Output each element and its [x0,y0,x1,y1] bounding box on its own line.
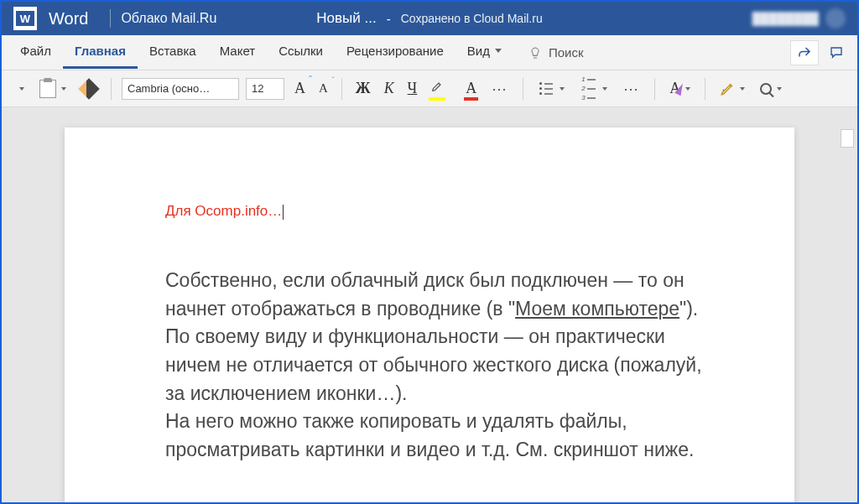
user-name-label: ████████ [752,12,819,25]
font-size-value: 12 [252,82,263,95]
numbered-list-icon: 123 [580,75,597,103]
menu-tabs: Файл Главная Вставка Макет Ссылки Реценз… [2,35,857,70]
chevron-down-icon [19,87,24,91]
divider [654,78,655,100]
header-text: Для Ocomp.info… [165,203,282,219]
document-canvas[interactable]: Для Ocomp.info… Собственно, если облачны… [2,107,857,504]
app-name: Word [49,9,88,29]
search-label: Поиск [549,45,584,60]
comment-icon [829,45,844,60]
chevron-down-icon [602,87,607,91]
font-name-select[interactable]: Cambria (осно… [122,78,239,100]
format-painter-button[interactable] [77,79,101,99]
chevron-down-icon [61,87,66,91]
bullet-list-icon [538,81,554,96]
more-font-button[interactable]: ⋯ [487,78,513,100]
editor-button[interactable] [716,79,749,99]
divider [111,78,112,100]
scrollbar-thumb[interactable] [841,129,854,148]
avatar-icon [825,8,846,29]
font-size-select[interactable]: 12 [246,78,284,100]
word-app-icon: W [13,7,37,30]
find-button[interactable] [756,81,786,97]
divider [705,78,705,100]
tab-view-label: Вид [467,44,490,58]
pencil-check-icon [720,81,735,96]
font-color-swatch [464,97,478,101]
more-paragraph-button[interactable]: ⋯ [618,78,644,100]
magnifier-icon [760,83,772,95]
tell-me-search[interactable]: Поиск [528,45,584,60]
tab-references[interactable]: Ссылки [267,37,335,69]
divider [523,78,523,100]
bold-button[interactable]: Ж [352,78,374,99]
chevron-down-icon [685,87,690,91]
chevron-down-icon [495,49,502,53]
numbered-list-button[interactable]: 123 [575,72,612,106]
font-name-value: Cambria (осно… [128,82,210,95]
font-color-button[interactable]: A [462,78,480,99]
highlight-color-swatch [429,97,445,101]
title-bar: W Word Облако Mail.Ru Новый ... - Сохран… [2,2,857,35]
paste-button[interactable] [35,77,70,101]
italic-button[interactable]: К [381,78,398,99]
bullet-list-button[interactable] [534,78,569,99]
share-button[interactable] [790,40,819,65]
chevron-down-icon [740,87,745,91]
grow-arrow-icon: ˆ [309,75,312,86]
clear-style-button[interactable]: A [665,77,695,100]
dash: - [387,12,391,26]
document-page[interactable]: Для Ocomp.info… Собственно, если облачны… [65,127,794,504]
undo-button[interactable] [10,85,29,93]
tab-review[interactable]: Рецензирование [335,37,456,69]
body-text-2: На него можно также копировать и удалять… [165,410,694,460]
document-header-line[interactable]: Для Ocomp.info… [165,203,702,220]
divider [341,78,342,100]
grow-font-button[interactable]: Aˆ [291,78,309,99]
tab-file[interactable]: Файл [8,37,63,69]
brush-icon [78,78,99,99]
highlight-button[interactable] [427,78,447,99]
tab-layout[interactable]: Макет [208,37,267,69]
separator [110,9,111,28]
tab-home[interactable]: Главная [63,37,138,69]
document-title[interactable]: Новый ... [316,10,376,27]
comments-button[interactable] [822,40,851,65]
chevron-down-icon [560,87,565,91]
lightbulb-icon [528,46,542,60]
cloud-location[interactable]: Облако Mail.Ru [121,11,216,26]
shrink-arrow-icon: ˇ [332,76,335,86]
shrink-font-button[interactable]: Aˇ [315,80,331,97]
svg-text:W: W [20,13,31,25]
body-link-text: Моем компьютере [515,298,679,320]
document-body[interactable]: Собственно, если облачный диск был подкл… [165,267,702,465]
ribbon-toolbar: Cambria (осно… 12 Aˆ Aˇ Ж К Ч A ⋯ 123 ⋯ … [2,70,857,107]
underline-button[interactable]: Ч [404,78,421,99]
tab-insert[interactable]: Вставка [138,37,208,69]
chevron-down-icon [777,87,782,91]
save-status: Сохранено в Cloud Mail.ru [401,12,543,25]
highlighter-icon [430,80,444,93]
clipboard-icon [39,80,56,98]
share-icon [797,45,812,60]
tab-view[interactable]: Вид [456,37,513,69]
text-cursor [283,205,284,220]
user-account[interactable]: ████████ [752,8,846,29]
